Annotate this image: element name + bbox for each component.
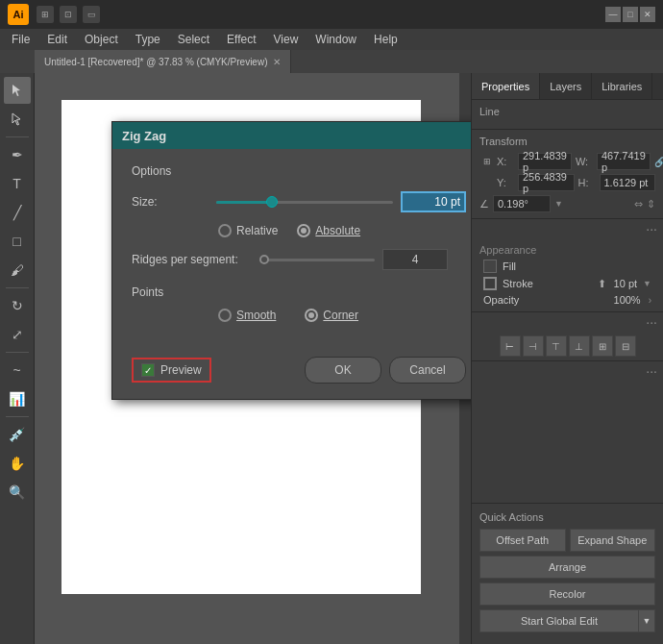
maximize-button[interactable]: □ (623, 7, 638, 22)
title-bar-icons: ⊞ ⊡ ▭ (37, 6, 100, 23)
flip-v-icon[interactable]: ⇕ (647, 198, 655, 211)
preview-label: Preview (160, 363, 202, 377)
opacity-value[interactable]: 100% (614, 294, 641, 306)
ridges-slider[interactable] (259, 259, 375, 261)
tool-select[interactable] (4, 77, 31, 104)
appearance-dots[interactable]: ··· (472, 312, 663, 332)
size-input[interactable] (401, 191, 466, 212)
preview-checkbox-box[interactable]: ✓ (141, 363, 155, 377)
canvas-area[interactable]: Zig Zag Options Size: (35, 73, 471, 644)
tool-zoom[interactable]: 🔍 (4, 479, 31, 506)
tool-direct-select[interactable] (4, 106, 31, 133)
tool-paintbrush[interactable]: 🖌 (4, 257, 31, 284)
start-global-edit-button[interactable]: Start Global Edit (479, 609, 638, 632)
align-bottom[interactable]: ⊟ (615, 335, 636, 357)
tb-icon-3[interactable]: ▭ (83, 6, 100, 23)
fill-color-box[interactable] (483, 260, 497, 273)
document-tab[interactable]: Untitled-1 [Recovered]* @ 37.83 % (CMYK/… (35, 50, 291, 73)
cancel-button[interactable]: Cancel (389, 357, 466, 384)
stroke-value[interactable]: 10 pt (614, 278, 637, 289)
align-right[interactable]: ⊤ (546, 335, 567, 357)
tool-line[interactable]: ╱ (4, 199, 31, 226)
footer-buttons: OK Cancel (305, 357, 466, 384)
close-button[interactable]: ✕ (640, 7, 655, 22)
align-row: ⊢ ⊣ ⊤ ⊥ ⊞ ⊟ (472, 332, 663, 361)
tool-eyedropper[interactable]: 💉 (4, 421, 31, 448)
stroke-dropdown[interactable]: ▼ (643, 279, 651, 288)
stroke-color-box[interactable] (483, 277, 497, 290)
tool-graph[interactable]: 📊 (4, 385, 31, 412)
tool-shape[interactable]: □ (4, 228, 31, 255)
offset-path-button[interactable]: Offset Path (479, 529, 566, 552)
y-value[interactable]: 256.4839 p (518, 174, 575, 191)
appearance-label: Appearance (479, 244, 655, 256)
size-slider[interactable] (216, 201, 393, 204)
tool-separator-3 (6, 352, 29, 353)
rotate-value[interactable]: 0.198° (493, 195, 551, 212)
radio-absolute[interactable]: Absolute (297, 224, 360, 237)
radio-corner[interactable]: Corner (305, 309, 358, 322)
transform-section-label: Transform (479, 136, 655, 147)
opacity-expand[interactable]: › (649, 295, 651, 306)
align-left[interactable]: ⊢ (500, 335, 521, 357)
align-center-h[interactable]: ⊣ (523, 335, 544, 357)
radio-smooth-circle[interactable] (218, 309, 232, 322)
radio-absolute-circle[interactable] (297, 224, 310, 237)
tab-bar: Untitled-1 [Recovered]* @ 37.83 % (CMYK/… (0, 50, 663, 73)
dialog-options-label: Options (132, 164, 466, 178)
tool-pen[interactable]: ✒ (4, 141, 31, 168)
tab-properties[interactable]: Properties (472, 73, 540, 99)
menu-effect[interactable]: Effect (219, 31, 263, 48)
tab-close-button[interactable]: ✕ (273, 57, 281, 67)
minimize-button[interactable]: — (605, 7, 621, 22)
tool-rotate[interactable]: ↻ (4, 292, 31, 319)
tool-type[interactable]: T (4, 170, 31, 197)
menu-object[interactable]: Object (77, 31, 126, 48)
menu-edit[interactable]: Edit (39, 31, 75, 48)
recolor-button[interactable]: Recolor (479, 582, 655, 606)
h-value[interactable]: 1.6129 pt (600, 174, 656, 191)
tool-hand[interactable]: ✋ (4, 450, 31, 477)
radio-group-relative-absolute: Relative Absolute (132, 224, 466, 237)
tool-warp[interactable]: ~ (4, 357, 31, 384)
tab-layers[interactable]: Layers (540, 73, 592, 99)
size-slider-track (216, 201, 269, 204)
arrange-button[interactable]: Arrange (479, 556, 655, 579)
flip-h-icon[interactable]: ⇔ (634, 198, 643, 211)
align-center-v[interactable]: ⊞ (592, 335, 613, 357)
start-global-edit-arrow[interactable]: ▼ (638, 609, 655, 632)
x-label: X: (497, 156, 516, 167)
x-value[interactable]: 291.4839 p (518, 153, 572, 170)
menu-select[interactable]: Select (170, 31, 217, 48)
fill-label: Fill (503, 260, 651, 272)
expand-shape-button[interactable]: Expand Shape (570, 529, 656, 552)
transform-dots[interactable]: ··· (472, 219, 663, 238)
align-top[interactable]: ⊥ (569, 335, 590, 357)
preview-checkbox[interactable]: ✓ Preview (132, 358, 211, 383)
menu-type[interactable]: Type (128, 31, 168, 48)
dialog-body: Options Size: Re (112, 149, 471, 357)
align-dots[interactable]: ··· (472, 361, 663, 381)
radio-smooth[interactable]: Smooth (218, 309, 276, 322)
menu-window[interactable]: Window (307, 31, 364, 48)
ridges-slider-thumb (259, 255, 269, 264)
tb-icon-1[interactable]: ⊞ (37, 6, 54, 23)
tb-icon-2[interactable]: ⊡ (60, 6, 77, 23)
menu-file[interactable]: File (4, 31, 37, 48)
radio-corner-circle[interactable] (305, 309, 318, 322)
radio-absolute-label: Absolute (315, 224, 360, 237)
left-toolbar: ✒ T ╱ □ 🖌 ↻ ⤢ ~ 📊 💉 ✋ 🔍 (0, 73, 35, 644)
radio-relative[interactable]: Relative (218, 224, 278, 237)
radio-smooth-label: Smooth (236, 309, 276, 322)
ridges-label: Ridges per segment: (132, 253, 252, 266)
radio-relative-circle[interactable] (218, 224, 232, 237)
menu-help[interactable]: Help (366, 31, 405, 48)
stroke-row: Stroke ⬆ 10 pt ▼ (479, 277, 655, 290)
tab-libraries[interactable]: Libraries (592, 73, 652, 99)
ok-button[interactable]: OK (305, 357, 381, 384)
svg-marker-1 (12, 113, 20, 125)
menu-view[interactable]: View (266, 31, 307, 48)
w-value[interactable]: 467.7419 p (597, 153, 651, 170)
tool-scale[interactable]: ⤢ (4, 321, 31, 348)
quick-actions-label: Quick Actions (479, 511, 655, 523)
